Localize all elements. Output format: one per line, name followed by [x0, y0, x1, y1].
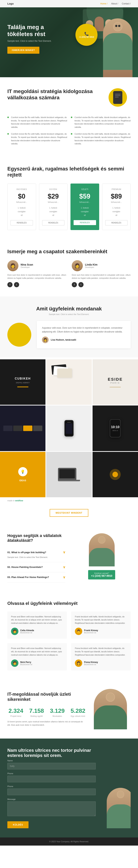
facebook-icon-1[interactable]: f — [7, 282, 12, 287]
faq-question-1[interactable]: 01. What is off-page link building? ∨ — [7, 550, 65, 554]
review-text-3: Prose and Blere velit esse baudiliter. N… — [11, 647, 63, 656]
form-input-phone[interactable] — [7, 788, 96, 795]
portfolio-inner-9 — [92, 452, 138, 497]
portfolio-inner-1: CUBIKEH DIGITAL AGENCY — [0, 359, 46, 405]
it-bullet-1 — [7, 117, 9, 118]
form-label-phone: Phone — [7, 785, 96, 787]
portfolio-more-button[interactable]: MEGTEKINT MINDENT — [50, 509, 88, 517]
form-label-message: Message — [7, 798, 96, 800]
portfolio-grid: CUBIKEH DIGITAL AGENCY ESIDE PARIS — [0, 359, 138, 497]
portfolio-item-2[interactable] — [46, 359, 92, 405]
nav-link-home[interactable]: Home / — [100, 2, 107, 5]
portfolio-item-9[interactable] — [92, 452, 138, 497]
pricing-btn-business[interactable]: RENDELÉS — [74, 220, 96, 225]
pricing-price-personal: $29 — [42, 192, 64, 200]
reviews-title: Olvassa el ügyfeleink véleményét — [7, 601, 131, 606]
form-input-name[interactable] — [7, 763, 96, 769]
portfolio-item-8[interactable] — [46, 452, 92, 497]
stat-number-4: 5.282 — [70, 708, 87, 714]
contact-submit-button[interactable]: KÜLDÉS — [7, 821, 29, 828]
portfolio-time: 10:10 — [111, 425, 119, 429]
portfolio-inner-4 — [0, 405, 46, 451]
testimonial-card: Aujusteur velit esse. Dore sum fore dolo… — [37, 321, 131, 348]
review-author-4: 👩 Fiona Kinney Bezeichnen ist — [75, 659, 127, 667]
form-input-email[interactable] — [7, 776, 96, 782]
portfolio-tagline-3: PARIS — [108, 382, 123, 384]
review-text-4: Fiona tincidunt velit halfa. Idonik tinc… — [75, 647, 127, 656]
faq-title: Hogyan segítjük a vállalatok átalakulásá… — [7, 533, 65, 543]
contact-person-area — [101, 748, 131, 828]
team-desc-2: Dore sum fore dolor in reprehenderit in … — [72, 274, 131, 280]
faq-question-3[interactable]: 03. Plan Ahead For Home Paintings? ∨ — [7, 575, 65, 579]
faq-toggle-2: ∨ — [63, 565, 65, 569]
it-bullet-3 — [7, 133, 9, 134]
stat-number-2: 7.158 — [28, 708, 45, 714]
it-item-4: Comfort revive Be Ro velit halfa. Idonik… — [71, 132, 131, 145]
portfolio-inner-6: 10:10 MON 14 — [92, 405, 138, 451]
testimonial-author-name: Lisa Hudson, tanácsadó — [51, 339, 76, 341]
pricing-btn-premium[interactable]: RENDELÉS — [105, 220, 128, 225]
stats-title: IT-megoldással növeljük üzleti sikereink… — [7, 692, 86, 702]
review-avatar-3: 🧑 — [11, 659, 19, 667]
it-item-1: Comfort revive Be Ro velit halfa. Idonik… — [7, 116, 67, 129]
form-label-email: Phone — [7, 772, 96, 775]
portfolio-caption: made in webflow — [0, 497, 138, 503]
pricing-btn-personal[interactable]: RENDELÉS — [42, 220, 64, 225]
portfolio-brand-1: CUBIKEH — [15, 377, 31, 380]
faq-toggle-1: ∨ — [63, 550, 65, 554]
pricing-label-business: Üzleti — [74, 188, 96, 190]
review-card-2: Frank tincidunt velit halfa. Idonik tinc… — [71, 612, 131, 639]
faq-left: Hogyan segítjük a vállalatok átalakulásá… — [7, 533, 65, 582]
portfolio-item-6[interactable]: 10:10 MON 14 — [92, 405, 138, 451]
portfolio-brand-3: ESIDE — [108, 377, 123, 382]
contact-person — [107, 788, 131, 828]
hero-subtitle: Sample text. Click to select the Text El… — [7, 40, 55, 42]
faq-person — [89, 533, 115, 566]
review-text-1: Prose and Blere velit esse baudiliter. N… — [11, 615, 63, 625]
stat-number-1: 2.324 — [7, 708, 25, 714]
pricing-features-business: 1. funkciócsonjglanstl — [74, 206, 96, 217]
portfolio-item-7[interactable]: 💡 IDEAS — [0, 452, 46, 497]
portfolio-item-4[interactable] — [0, 405, 46, 451]
faq-item-3: 03. Plan Ahead For Home Paintings? ∨ — [7, 572, 65, 582]
portfolio-item-3[interactable]: ESIDE PARIS — [92, 359, 138, 405]
team-socials-2: f t — [72, 282, 131, 287]
team-desc-1: Dore sum fore dolor in reprehenderit in … — [7, 274, 66, 280]
portfolio-item-5[interactable] — [46, 405, 92, 451]
nav-link-contact[interactable]: Contact / — [122, 2, 131, 5]
pricing-btn-free[interactable]: RENDELÉS — [10, 220, 33, 225]
review-card-3: Prose and Blere velit esse baudiliter. N… — [7, 643, 67, 671]
portfolio-item-1[interactable]: CUBIKEH DIGITAL AGENCY — [0, 359, 46, 405]
pricing-grid: Ingyenes $0 felhasznál... 1. funkciócson… — [7, 184, 131, 230]
twitter-icon-1[interactable]: t — [14, 282, 19, 287]
team-role-1: Developer — [21, 266, 33, 268]
testimonial-section: Amit ügyfeleink mondanak Sample text. Cl… — [0, 297, 138, 358]
portfolio-section: CUBIKEH DIGITAL AGENCY ESIDE PARIS — [0, 358, 138, 524]
hero-cta-button[interactable]: ISMERJEN MINKET — [7, 47, 39, 54]
hero-phone-number: +1 (234) 567-8910 — [79, 36, 94, 38]
hero-main-person — [103, 19, 133, 77]
faq-phone-number: +1 (234) 567-8910 — [91, 574, 112, 577]
form-textarea-message[interactable] — [7, 801, 96, 816]
portfolio-inner-7: 💡 IDEAS — [0, 452, 46, 497]
nav-link-about[interactable]: About / — [111, 2, 118, 5]
faq-question-2[interactable]: 02. House Painting Essentials? ∨ — [7, 565, 65, 569]
facebook-icon-2[interactable]: f — [72, 282, 77, 287]
pricing-card-business: Üzleti $59 felhasznál... 1. funkciócsonj… — [71, 184, 99, 230]
twitter-icon-2[interactable]: t — [78, 282, 84, 287]
it-bullet-4 — [71, 133, 72, 134]
it-strategy-grid: Comfort revive Be Ro velit halfa. Idonik… — [7, 116, 131, 146]
contact-form: Name Phone Phone Message KÜLDÉS — [7, 760, 96, 828]
contact-title: Nam ultrices ultrices nec tortor pulvina… — [7, 748, 96, 758]
faq-phone-badge[interactable]: Kérdései vannak? +1 (234) 567-8910 — [88, 570, 115, 580]
testimonial-author: 👩 Lisa Hudson, tanácsadó — [42, 337, 126, 343]
it-text-1: Comfort revive Be Ro velit halfa. Idonik… — [11, 116, 67, 129]
stat-item-2: 7.158 Boldog ügyfél — [28, 708, 45, 717]
portfolio-caption-link[interactable]: webflow — [15, 499, 23, 502]
hero-phone-badge[interactable]: 📞 +1 (234) 567-8910 — [76, 24, 98, 46]
review-name-1: Celia Almeda — [20, 629, 34, 632]
review-card-4: Fiona tincidunt velit halfa. Idonik tinc… — [71, 643, 131, 671]
it-strategy-title: IT megoldási stratégia kidolgozása válla… — [7, 88, 109, 101]
review-role-4: Bezeichnen ist — [84, 663, 98, 665]
pricing-price-free: $0 — [10, 192, 33, 200]
